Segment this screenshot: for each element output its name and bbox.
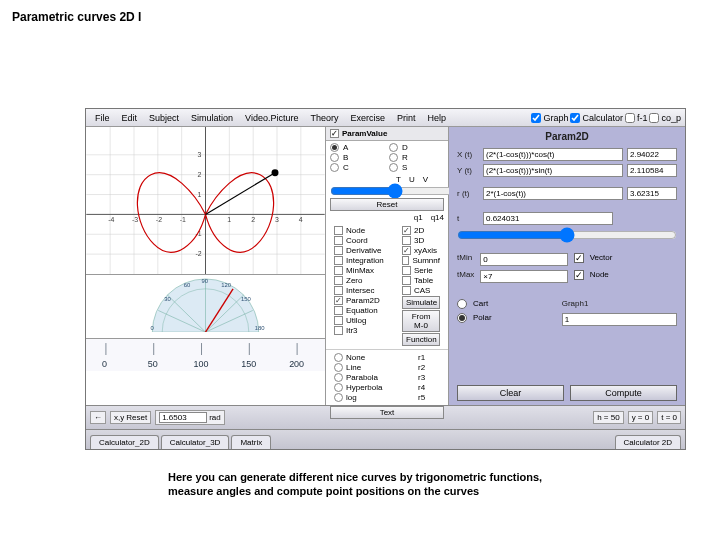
svg-text:200: 200 (289, 359, 304, 369)
tab-right[interactable]: Calculator 2D (615, 435, 681, 449)
panel-title: Param2D (449, 127, 685, 146)
svg-text:2: 2 (251, 216, 255, 223)
menu-help[interactable]: Help (423, 111, 452, 125)
svg-text:-2: -2 (196, 250, 202, 257)
eq3: t = 0 (657, 411, 681, 424)
y-expr-input[interactable] (483, 164, 623, 177)
svg-text:3: 3 (198, 151, 202, 158)
rb-a[interactable] (330, 143, 339, 152)
ruler[interactable]: 0 50 100 150 200 (86, 339, 325, 371)
mid-header: ParamValue (326, 127, 448, 141)
tmin-input[interactable] (480, 253, 567, 266)
r-val-input[interactable] (627, 187, 677, 200)
chk-calculator[interactable]: Calculator (570, 113, 623, 123)
rb-b[interactable] (330, 153, 339, 162)
left-panel: -4-3-2 -112 34 321 -1-2 (86, 127, 326, 405)
menu-print[interactable]: Print (392, 111, 421, 125)
svg-text:120: 120 (221, 282, 232, 288)
page-title: Parametric curves 2D I (12, 10, 141, 24)
menu-exercise[interactable]: Exercise (345, 111, 390, 125)
svg-text:90: 90 (202, 278, 209, 284)
r-expr-input[interactable] (483, 187, 623, 200)
menu-file[interactable]: File (90, 111, 115, 125)
y-val-input[interactable] (627, 164, 677, 177)
svg-text:30: 30 (164, 296, 171, 302)
svg-text:180: 180 (255, 325, 266, 331)
svg-text:3: 3 (275, 216, 279, 223)
svg-text:-2: -2 (156, 216, 162, 223)
svg-line-28 (206, 173, 276, 215)
svg-text:2: 2 (198, 171, 202, 178)
eq2: y = 0 (628, 411, 654, 424)
tab-bar: Calculator_2D Calculator_3D Matrix Calcu… (86, 429, 685, 449)
simulate-button[interactable]: Simulate (402, 296, 440, 309)
svg-text:100: 100 (194, 359, 209, 369)
vector-check[interactable] (574, 253, 584, 263)
svg-text:50: 50 (148, 359, 158, 369)
chk-cop[interactable]: co_p (649, 113, 681, 123)
clear-button[interactable]: Clear (457, 385, 564, 401)
rb-s[interactable] (389, 163, 398, 172)
val1-input[interactable] (159, 412, 207, 423)
svg-text:-1: -1 (180, 216, 186, 223)
svg-text:150: 150 (241, 296, 252, 302)
menu-theory[interactable]: Theory (305, 111, 343, 125)
svg-text:60: 60 (184, 282, 191, 288)
rb-d[interactable] (389, 143, 398, 152)
arrow-left-icon[interactable]: ← (90, 411, 106, 424)
mid-slider[interactable] (330, 186, 459, 196)
protractor[interactable]: 03060 90120150 180 (86, 275, 325, 339)
menu-subject[interactable]: Subject (144, 111, 184, 125)
cart-radio[interactable] (457, 299, 467, 309)
reset-button[interactable]: Reset (330, 198, 444, 211)
compute-button[interactable]: Compute (570, 385, 677, 401)
from-m0-button[interactable]: From M-0 (402, 310, 440, 332)
plot-area[interactable]: -4-3-2 -112 34 321 -1-2 (86, 127, 325, 275)
svg-text:0: 0 (102, 359, 107, 369)
menu-simulation[interactable]: Simulation (186, 111, 238, 125)
chk-f1[interactable]: f-1 (625, 113, 648, 123)
eq1: h = 50 (593, 411, 623, 424)
app-window: File Edit Subject Simulation Video.Pictu… (85, 108, 686, 450)
svg-text:-3: -3 (132, 216, 138, 223)
rb-r[interactable] (389, 153, 398, 162)
svg-text:1: 1 (198, 191, 202, 198)
x-expr-input[interactable] (483, 148, 623, 161)
svg-text:1: 1 (227, 216, 231, 223)
tmax-input[interactable] (480, 270, 567, 283)
t-slider[interactable] (457, 229, 677, 241)
polar-radio[interactable] (457, 313, 467, 323)
node-check[interactable] (574, 270, 584, 280)
xy-reset[interactable]: x,y Reset (110, 411, 151, 424)
svg-point-29 (272, 169, 279, 176)
menu-edit[interactable]: Edit (117, 111, 143, 125)
x-val-input[interactable] (627, 148, 677, 161)
tab-calc3d[interactable]: Calculator_3D (161, 435, 230, 449)
tab-matrix[interactable]: Matrix (231, 435, 271, 449)
t-input[interactable] (483, 212, 613, 225)
menubar: File Edit Subject Simulation Video.Pictu… (86, 109, 685, 127)
rb-c[interactable] (330, 163, 339, 172)
graph1-input[interactable] (562, 313, 677, 326)
svg-text:150: 150 (241, 359, 256, 369)
tab-calc2d[interactable]: Calculator_2D (90, 435, 159, 449)
svg-text:-4: -4 (108, 216, 114, 223)
text-button[interactable]: Text (330, 406, 444, 419)
function-button[interactable]: Function (402, 333, 440, 346)
chk-graph[interactable]: Graph (531, 113, 568, 123)
right-panel: Param2D X (t) Y (t) r (t) t (449, 127, 685, 405)
caption: Here you can generate different nice cur… (168, 470, 588, 499)
menu-video[interactable]: Video.Picture (240, 111, 303, 125)
svg-text:4: 4 (299, 216, 303, 223)
mid-panel: ParamValue A D B R C S T U V Reset q1q14… (326, 127, 449, 405)
